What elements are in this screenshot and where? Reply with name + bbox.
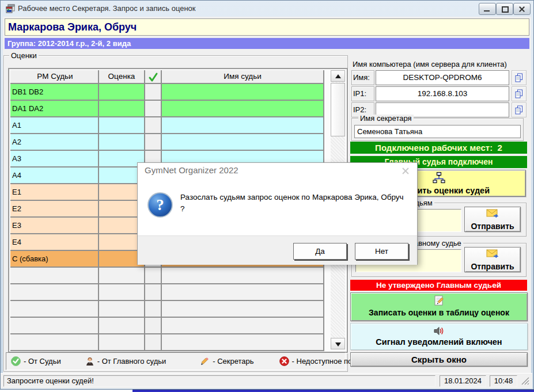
send-judges-label: Отправить	[465, 222, 520, 231]
screen: Рабочее место Секретаря. Запрос и запись…	[0, 0, 534, 392]
send-chief-label: Отправить	[465, 262, 520, 271]
notification-signal-label: Сигнал уведомлений включен	[351, 337, 527, 347]
svg-text:?: ?	[156, 196, 164, 214]
check-cell	[145, 84, 162, 101]
status-date: 18.01.2024	[440, 375, 486, 387]
table-row: A2	[10, 134, 325, 151]
pm-cell: E2	[10, 201, 99, 218]
envelope-icon	[486, 249, 499, 260]
copy-ip1-button[interactable]	[512, 86, 527, 101]
speaker-icon	[433, 326, 445, 336]
copy-icon	[514, 89, 524, 99]
pm-cell: A3	[10, 151, 99, 168]
pm-cell: E1	[10, 184, 99, 201]
computer-name-row: Имя: DESKTOP-QPDROM6	[351, 70, 525, 85]
scrollbar-thumb[interactable]	[331, 83, 345, 136]
legend-unavailable: - Недоступное поле	[279, 356, 361, 366]
legend-secretary: - Секретарь	[199, 356, 253, 367]
col-header-check[interactable]	[145, 70, 162, 84]
scroll-up-icon	[335, 74, 341, 78]
minimize-icon	[484, 10, 490, 12]
window-title: Рабочее место Секретаря. Запрос и запись…	[18, 1, 196, 17]
maximize-icon	[502, 6, 509, 13]
col-header-score[interactable]: Оценка	[99, 70, 145, 84]
close-button[interactable]	[513, 3, 531, 15]
pm-cell: С (сбавка)	[10, 251, 99, 268]
secretary-name-field[interactable]: Семенова Татьяна	[354, 125, 521, 138]
table-row-empty	[10, 318, 325, 334]
scroll-down-button[interactable]	[331, 338, 345, 349]
copy-icon	[514, 105, 524, 115]
check-cell	[145, 101, 162, 117]
legend-from-judge: - От Судьи	[11, 356, 61, 366]
table-row-empty	[10, 268, 325, 284]
copy-icon	[514, 73, 524, 83]
taskbar-edge	[132, 390, 534, 392]
send-judges-button[interactable]: Отправить	[464, 207, 521, 232]
write-scores-button[interactable]: Записать оценки в таблицу оценок	[350, 292, 528, 321]
name-field-label: Имя:	[351, 70, 374, 85]
table-row-empty	[10, 301, 325, 318]
scroll-up-button[interactable]	[331, 70, 345, 82]
scroll-down-icon	[335, 342, 341, 347]
check-cell	[145, 117, 162, 134]
table-row-empty	[10, 284, 325, 301]
col-header-judge-name[interactable]: Имя судьи	[162, 70, 324, 84]
copy-ip2-button[interactable]	[512, 102, 527, 117]
dialog-title: GymNet Organizer 2022	[145, 165, 238, 175]
score-cell[interactable]	[99, 134, 145, 151]
pm-cell: A4	[10, 168, 99, 184]
write-note-icon	[433, 295, 445, 306]
notification-signal-panel[interactable]: Сигнал уведомлений включен	[350, 323, 528, 350]
score-cell[interactable]	[99, 101, 145, 117]
score-cell[interactable]	[99, 84, 145, 101]
resize-grip[interactable]	[521, 376, 530, 386]
green-check-circle-icon	[11, 356, 21, 366]
dialog-no-button[interactable]: Нет	[355, 243, 408, 260]
legend-from-chief-judge: - От Главного судьи	[85, 356, 166, 366]
dialog-footer: Да Нет	[138, 235, 417, 265]
pm-cell: E3	[10, 218, 99, 234]
red-cross-circle-icon	[279, 356, 289, 366]
hide-window-button[interactable]: Скрыть окно	[350, 352, 528, 367]
secretary-groupbox-label: Имя секретаря	[358, 115, 414, 122]
confirm-dialog: GymNet Organizer 2022 ? Разослать судьям…	[137, 162, 418, 265]
table-row: DB1 DB2	[10, 84, 325, 101]
ip1-field[interactable]: 192.168.8.103	[376, 86, 509, 101]
table-row: A1	[10, 117, 325, 134]
app-icon	[6, 4, 15, 13]
person-icon	[85, 356, 94, 366]
score-cell[interactable]	[99, 117, 145, 134]
pm-cell: DB1 DB2	[10, 84, 99, 101]
send-chief-button[interactable]: Отправить	[464, 247, 521, 272]
connected-workplaces-bar: Подключено рабочих мест: 2	[350, 142, 527, 154]
table-header-row: РМ Судьи Оценка Имя судьи	[10, 70, 325, 84]
green-check-icon	[148, 72, 158, 82]
dialog-close-button[interactable]	[401, 166, 410, 176]
maximize-button[interactable]	[496, 3, 513, 15]
question-icon: ?	[147, 192, 173, 218]
ip1-field-label: IP1:	[351, 86, 374, 101]
not-approved-bar: Не утверждено Главным судьей	[350, 280, 527, 291]
judge-name-cell[interactable]	[162, 101, 324, 117]
judge-name-cell[interactable]	[162, 134, 324, 151]
computer-name-label: Имя компьютера (имя сервера для клиента)	[353, 60, 529, 68]
pm-cell: E4	[10, 234, 99, 251]
dialog-yes-button[interactable]: Да	[293, 243, 347, 260]
col-header-pm[interactable]: РМ Судьи	[10, 70, 99, 84]
pm-cell: DA1 DA2	[10, 101, 99, 117]
computer-name-field[interactable]: DESKTOP-QPDROM6	[376, 70, 509, 85]
copy-name-button[interactable]	[512, 70, 527, 85]
athlete-name-strip: Маркарова Эрика, Обруч	[5, 18, 529, 36]
status-time: 10:48	[490, 375, 517, 387]
judge-name-cell[interactable]	[162, 84, 324, 101]
table-row: DA1 DA2	[10, 101, 325, 117]
window-titlebar[interactable]: Рабочее место Секретаря. Запрос и запись…	[1, 1, 533, 17]
table-row-empty	[10, 334, 325, 351]
minimize-button[interactable]	[479, 3, 496, 15]
network-icon	[433, 172, 445, 184]
ip1-row: IP1: 192.168.8.103	[351, 86, 525, 101]
legend-panel: - От Судьи - От Главного судьи - Секрета…	[6, 352, 346, 370]
judge-name-cell[interactable]	[162, 117, 324, 134]
pm-cell: A2	[10, 134, 99, 151]
